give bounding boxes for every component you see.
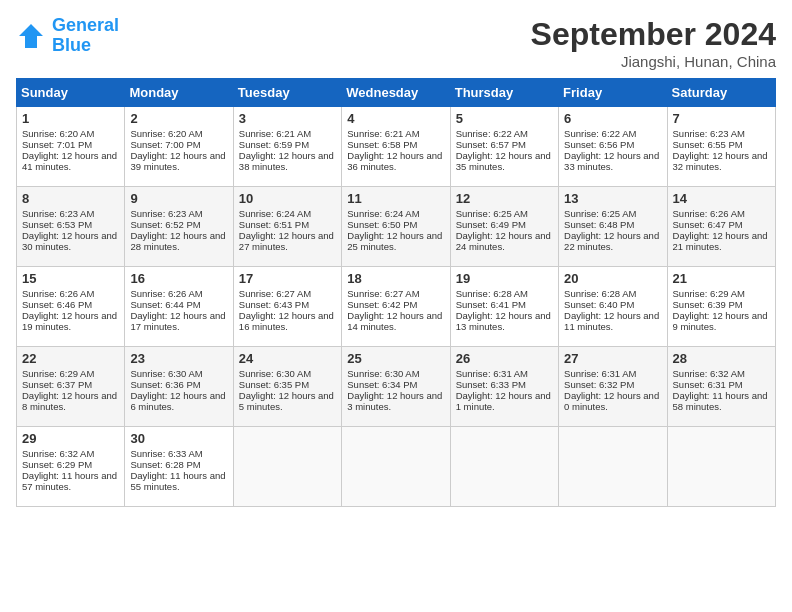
day-header-wednesday: Wednesday: [342, 79, 450, 107]
calendar-body: 1 Sunrise: 6:20 AM Sunset: 7:01 PM Dayli…: [17, 107, 776, 507]
daylight: Daylight: 12 hours and 17 minutes.: [130, 310, 225, 332]
calendar-cell: 18 Sunrise: 6:27 AM Sunset: 6:42 PM Dayl…: [342, 267, 450, 347]
daylight: Daylight: 12 hours and 38 minutes.: [239, 150, 334, 172]
daylight: Daylight: 12 hours and 33 minutes.: [564, 150, 659, 172]
calendar-cell: 24 Sunrise: 6:30 AM Sunset: 6:35 PM Dayl…: [233, 347, 341, 427]
sunrise: Sunrise: 6:30 AM: [347, 368, 419, 379]
sunrise: Sunrise: 6:29 AM: [22, 368, 94, 379]
daylight: Daylight: 12 hours and 41 minutes.: [22, 150, 117, 172]
day-number: 20: [564, 271, 661, 286]
sunrise: Sunrise: 6:24 AM: [347, 208, 419, 219]
week-row-1: 1 Sunrise: 6:20 AM Sunset: 7:01 PM Dayli…: [17, 107, 776, 187]
sunrise: Sunrise: 6:27 AM: [239, 288, 311, 299]
day-number: 7: [673, 111, 770, 126]
day-number: 28: [673, 351, 770, 366]
calendar-cell: 8 Sunrise: 6:23 AM Sunset: 6:53 PM Dayli…: [17, 187, 125, 267]
sunrise: Sunrise: 6:27 AM: [347, 288, 419, 299]
day-number: 22: [22, 351, 119, 366]
calendar-cell: 15 Sunrise: 6:26 AM Sunset: 6:46 PM Dayl…: [17, 267, 125, 347]
sunset: Sunset: 6:52 PM: [130, 219, 200, 230]
day-number: 18: [347, 271, 444, 286]
calendar-cell: 4 Sunrise: 6:21 AM Sunset: 6:58 PM Dayli…: [342, 107, 450, 187]
sunset: Sunset: 6:37 PM: [22, 379, 92, 390]
day-number: 23: [130, 351, 227, 366]
sunset: Sunset: 6:41 PM: [456, 299, 526, 310]
daylight: Daylight: 12 hours and 8 minutes.: [22, 390, 117, 412]
calendar-cell: 21 Sunrise: 6:29 AM Sunset: 6:39 PM Dayl…: [667, 267, 775, 347]
calendar-cell: 30 Sunrise: 6:33 AM Sunset: 6:28 PM Dayl…: [125, 427, 233, 507]
week-row-3: 15 Sunrise: 6:26 AM Sunset: 6:46 PM Dayl…: [17, 267, 776, 347]
daylight: Daylight: 12 hours and 6 minutes.: [130, 390, 225, 412]
day-number: 19: [456, 271, 553, 286]
day-number: 30: [130, 431, 227, 446]
calendar-cell: 10 Sunrise: 6:24 AM Sunset: 6:51 PM Dayl…: [233, 187, 341, 267]
daylight: Daylight: 12 hours and 5 minutes.: [239, 390, 334, 412]
day-number: 1: [22, 111, 119, 126]
sunset: Sunset: 7:01 PM: [22, 139, 92, 150]
sunrise: Sunrise: 6:26 AM: [22, 288, 94, 299]
sunrise: Sunrise: 6:21 AM: [239, 128, 311, 139]
calendar-cell: 26 Sunrise: 6:31 AM Sunset: 6:33 PM Dayl…: [450, 347, 558, 427]
sunrise: Sunrise: 6:26 AM: [673, 208, 745, 219]
calendar-cell: [342, 427, 450, 507]
calendar-cell: 20 Sunrise: 6:28 AM Sunset: 6:40 PM Dayl…: [559, 267, 667, 347]
calendar-cell: 2 Sunrise: 6:20 AM Sunset: 7:00 PM Dayli…: [125, 107, 233, 187]
calendar-cell: 14 Sunrise: 6:26 AM Sunset: 6:47 PM Dayl…: [667, 187, 775, 267]
day-header-friday: Friday: [559, 79, 667, 107]
sunrise: Sunrise: 6:23 AM: [130, 208, 202, 219]
day-header-monday: Monday: [125, 79, 233, 107]
calendar-cell: 16 Sunrise: 6:26 AM Sunset: 6:44 PM Dayl…: [125, 267, 233, 347]
sunrise: Sunrise: 6:20 AM: [130, 128, 202, 139]
day-number: 29: [22, 431, 119, 446]
day-number: 9: [130, 191, 227, 206]
day-header-sunday: Sunday: [17, 79, 125, 107]
daylight: Daylight: 12 hours and 30 minutes.: [22, 230, 117, 252]
sunset: Sunset: 6:34 PM: [347, 379, 417, 390]
calendar-cell: 6 Sunrise: 6:22 AM Sunset: 6:56 PM Dayli…: [559, 107, 667, 187]
sunset: Sunset: 6:40 PM: [564, 299, 634, 310]
day-number: 10: [239, 191, 336, 206]
sunset: Sunset: 6:51 PM: [239, 219, 309, 230]
sunset: Sunset: 6:48 PM: [564, 219, 634, 230]
calendar-cell: 19 Sunrise: 6:28 AM Sunset: 6:41 PM Dayl…: [450, 267, 558, 347]
daylight: Daylight: 12 hours and 35 minutes.: [456, 150, 551, 172]
sunset: Sunset: 6:43 PM: [239, 299, 309, 310]
daylight: Daylight: 12 hours and 22 minutes.: [564, 230, 659, 252]
sunrise: Sunrise: 6:22 AM: [564, 128, 636, 139]
day-number: 25: [347, 351, 444, 366]
daylight: Daylight: 11 hours and 55 minutes.: [130, 470, 225, 492]
sunset: Sunset: 6:28 PM: [130, 459, 200, 470]
sunset: Sunset: 6:59 PM: [239, 139, 309, 150]
sunset: Sunset: 6:57 PM: [456, 139, 526, 150]
sunrise: Sunrise: 6:22 AM: [456, 128, 528, 139]
daylight: Daylight: 12 hours and 27 minutes.: [239, 230, 334, 252]
calendar-cell: 22 Sunrise: 6:29 AM Sunset: 6:37 PM Dayl…: [17, 347, 125, 427]
calendar-cell: 13 Sunrise: 6:25 AM Sunset: 6:48 PM Dayl…: [559, 187, 667, 267]
calendar-cell: 17 Sunrise: 6:27 AM Sunset: 6:43 PM Dayl…: [233, 267, 341, 347]
daylight: Daylight: 12 hours and 9 minutes.: [673, 310, 768, 332]
sunset: Sunset: 6:53 PM: [22, 219, 92, 230]
calendar-cell: [450, 427, 558, 507]
day-number: 5: [456, 111, 553, 126]
calendar-cell: 9 Sunrise: 6:23 AM Sunset: 6:52 PM Dayli…: [125, 187, 233, 267]
sunrise: Sunrise: 6:30 AM: [130, 368, 202, 379]
sunset: Sunset: 6:58 PM: [347, 139, 417, 150]
day-header-saturday: Saturday: [667, 79, 775, 107]
calendar-cell: 7 Sunrise: 6:23 AM Sunset: 6:55 PM Dayli…: [667, 107, 775, 187]
sunrise: Sunrise: 6:28 AM: [564, 288, 636, 299]
calendar-cell: 29 Sunrise: 6:32 AM Sunset: 6:29 PM Dayl…: [17, 427, 125, 507]
sunrise: Sunrise: 6:23 AM: [22, 208, 94, 219]
sunset: Sunset: 7:00 PM: [130, 139, 200, 150]
location: Jiangshi, Hunan, China: [531, 53, 776, 70]
logo-line1: General: [52, 15, 119, 35]
daylight: Daylight: 12 hours and 25 minutes.: [347, 230, 442, 252]
week-row-5: 29 Sunrise: 6:32 AM Sunset: 6:29 PM Dayl…: [17, 427, 776, 507]
day-number: 12: [456, 191, 553, 206]
day-number: 4: [347, 111, 444, 126]
logo-icon: [16, 21, 46, 51]
week-row-2: 8 Sunrise: 6:23 AM Sunset: 6:53 PM Dayli…: [17, 187, 776, 267]
sunset: Sunset: 6:50 PM: [347, 219, 417, 230]
sunset: Sunset: 6:33 PM: [456, 379, 526, 390]
sunrise: Sunrise: 6:33 AM: [130, 448, 202, 459]
calendar-cell: 1 Sunrise: 6:20 AM Sunset: 7:01 PM Dayli…: [17, 107, 125, 187]
